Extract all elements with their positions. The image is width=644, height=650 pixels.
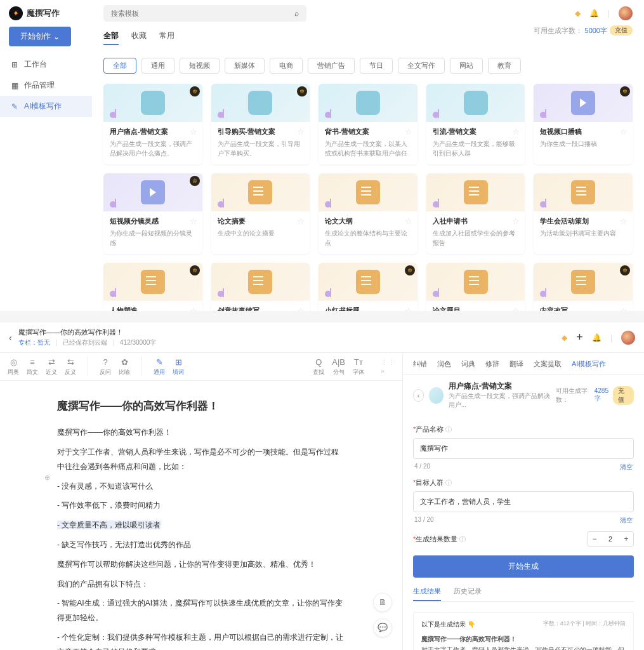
nav-item-2[interactable]: ✎AI模板写作 [0,96,92,117]
favorite-icon[interactable]: ☆ [190,127,197,136]
qty-minus[interactable]: − [588,532,601,546]
result-tab-生成结果[interactable]: 生成结果 [413,587,441,601]
recharge-button[interactable]: 充值 [610,25,633,36]
info-icon[interactable]: ⓘ [445,479,452,486]
info-icon[interactable]: ⓘ [459,536,466,543]
drag-handle-icon[interactable]: ⋮⋮» [381,359,395,375]
template-card[interactable]: 背书-营销文案 为产品生成一段文案，以某人或或机构背书来获取用户信任 ☆ [319,84,417,164]
template-card[interactable]: 引流-营销文案 为产品生成一段文案，能够吸引到目标人群 ☆ [426,84,525,164]
diamond-icon[interactable]: ◆ [562,333,567,342]
content-line[interactable]: - 写作效率低下，浪费时间精力 [57,498,345,513]
tool-周奥[interactable]: ◎周奥 [8,357,19,376]
doc-content[interactable]: 魔撰写作——你的高效写作利器！ 魔撰写作——你的高效写作利器！对于文字工作者、营… [0,381,402,650]
tool-比喻[interactable]: ✿比喻 [119,357,130,376]
filter-新媒体[interactable]: 新媒体 [225,58,265,74]
template-card[interactable]: 学生会活动策划 为活动策划书填写主要内容 ☆ [534,173,633,254]
favorite-icon[interactable]: ☆ [620,306,628,311]
content-line[interactable]: - 没有灵感，不知道该写什么 [57,479,345,494]
template-card[interactable]: ♔ 短视频分镜灵感 为你生成一段短视频的分镜灵感 ☆ [103,173,202,254]
add-icon[interactable]: + [576,331,583,344]
filter-全文写作[interactable]: 全文写作 [398,58,445,74]
generate-button[interactable]: 开始生成 [413,555,634,578]
template-card[interactable]: ♔ 用户痛点-营销文案 为产品生成一段文案，强调产品解决用户什么痛点。 ☆ [103,84,202,164]
filter-营销广告[interactable]: 营销广告 [308,58,355,74]
bell-icon[interactable]: 🔔 [589,9,599,18]
clear-button[interactable]: 清空 [620,463,633,472]
template-card[interactable]: ♔ 小红书标题 ☆ [319,263,417,311]
template-card[interactable]: 创意故事续写 ☆ [211,263,310,311]
favorite-icon[interactable]: ☆ [297,127,305,136]
favorite-icon[interactable]: ☆ [620,127,628,136]
right-tab-修辞[interactable]: 修辞 [485,359,499,369]
tool-字体[interactable]: Tт字体 [353,357,364,376]
nav-item-1[interactable]: ▦作品管理 [0,75,92,96]
content-line[interactable]: 魔撰写作可以帮助你解决这些问题，让你的写作变得更加高效、精准、优秀！ [57,557,345,572]
product-name-input[interactable]: 魔撰写作 [413,438,634,459]
chat-icon[interactable]: 💬 [373,618,392,637]
create-button[interactable]: 开始创作⌄ [9,27,71,46]
template-card[interactable]: 论文大纲 生成论文的整体结构与主要论点 ☆ [319,173,417,254]
nav-item-0[interactable]: ⊞工作台 [0,54,92,75]
favorite-icon[interactable]: ☆ [620,216,628,226]
template-card[interactable]: ♔ 内容改写 ☆ [534,263,633,311]
search-input[interactable] [111,10,294,17]
right-tab-AI模板写作[interactable]: AI模板写作 [572,359,606,369]
tool-查找[interactable]: Q查找 [313,357,324,376]
content-line[interactable]: 我们的产品拥有以下特点： [57,577,345,592]
tool-填词[interactable]: ⊞填词 [173,357,184,376]
result-tab-历史记录[interactable]: 历史记录 [454,587,482,601]
filter-节日[interactable]: 节日 [360,58,393,74]
filter-全部[interactable]: 全部 [103,58,136,74]
recharge-button[interactable]: 充值 [613,386,634,405]
favorite-icon[interactable]: ☆ [512,127,520,136]
target-audience-input[interactable]: 文字工作者，营销人员，学生 [413,491,634,512]
template-card[interactable]: ♔ 引导购买-营销文案 为产品生成一段文案，引导用户下单购买。 ☆ [211,84,310,164]
filter-教育[interactable]: 教育 [488,58,521,74]
content-line[interactable]: - 个性化定制：我们提供多种写作模板和主题，用户可以根据自己的需求进行定制，让文… [57,630,345,650]
favorite-icon[interactable]: ☆ [512,306,520,311]
right-tab-词典[interactable]: 词典 [461,359,475,369]
favorite-icon[interactable]: ☆ [190,216,197,226]
favorite-icon[interactable]: ☆ [405,306,412,311]
content-line[interactable]: 魔撰写作——你的高效写作利器！ [57,425,345,440]
template-card[interactable]: 论文摘要 生成中文的论文摘要 ☆ [211,173,310,254]
right-tab-翻译[interactable]: 翻译 [509,359,523,369]
tool-简文[interactable]: ≡简文 [27,357,38,376]
tab-全部[interactable]: 全部 [103,30,119,45]
template-card[interactable]: ♔ 人物塑造 ☆ [103,263,202,311]
tab-收藏[interactable]: 收藏 [131,30,147,45]
avatar[interactable] [621,331,635,345]
tool-反问[interactable]: ?反问 [100,357,111,376]
notes-icon[interactable]: 🗎 [373,593,392,612]
info-icon[interactable]: ⓘ [445,426,452,433]
right-tab-文案提取[interactable]: 文案提取 [534,359,562,369]
filter-电商[interactable]: 电商 [270,58,303,74]
template-card[interactable]: 论文题目 ☆ [426,263,525,311]
favorite-icon[interactable]: ☆ [405,216,412,226]
favorite-icon[interactable]: ☆ [512,216,520,226]
template-card[interactable]: 入社申请书 生成加入社团或学生会的参考报告 ☆ [426,173,525,254]
tool-反义[interactable]: ⇆反义 [65,357,76,376]
back-icon[interactable]: ‹ [9,333,12,343]
clear-button[interactable]: 清空 [620,516,633,525]
template-card[interactable]: ♔ 短视频口播稿 为你生成一段口播稿 ☆ [534,84,633,164]
tool-通用[interactable]: ✎通用 [154,357,165,376]
tool-分句[interactable]: A|B分句 [332,357,345,376]
favorite-icon[interactable]: ☆ [190,306,197,311]
qty-plus[interactable]: + [619,532,633,546]
diamond-icon[interactable]: ◆ [575,9,581,18]
selected-line[interactable]: - 文章质量不高，难以吸引读者 [57,521,161,529]
content-line[interactable]: - 缺乏写作技巧，无法打造出优秀的作品 [57,538,345,552]
favorite-icon[interactable]: ☆ [297,306,305,311]
content-line[interactable]: - 智能AI生成：通过强大的AI算法，魔撰写作可以快速生成优质的文章，让你的写作… [57,596,345,625]
filter-通用[interactable]: 通用 [141,58,174,74]
back-circle-icon[interactable]: ‹ [413,389,424,402]
right-tab-润色[interactable]: 润色 [437,359,451,369]
search-box[interactable]: ⌕ [103,5,306,22]
favorite-icon[interactable]: ☆ [405,127,412,136]
content-line[interactable]: 对于文字工作者、营销人员和学生来说，写作是必不可少的一项技能。但是写作过程中往往… [57,445,345,474]
filter-短视频[interactable]: 短视频 [180,58,220,74]
right-tab-纠错[interactable]: 纠错 [413,359,427,369]
favorite-icon[interactable]: ☆ [297,216,305,226]
tool-近义[interactable]: ⇄近义 [46,357,57,376]
